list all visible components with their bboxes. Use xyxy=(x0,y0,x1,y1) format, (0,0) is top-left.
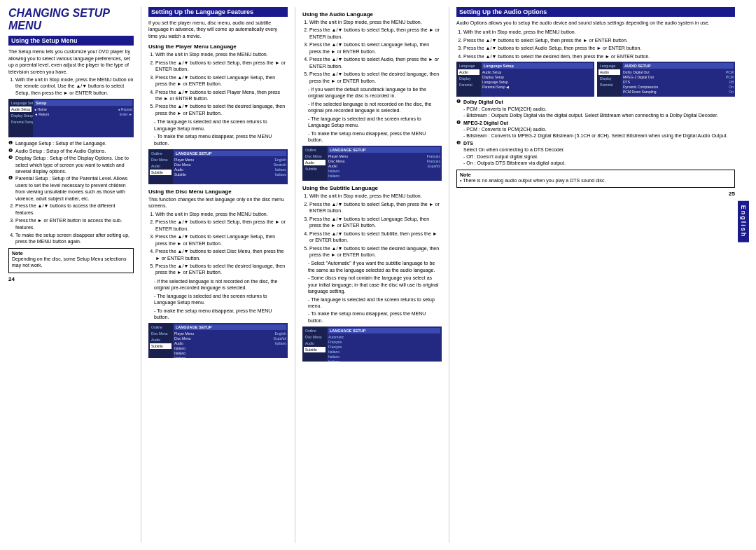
bullet-text: DTS Select On when connecting to a DTS D… xyxy=(463,140,566,167)
screen-title: LANGUAGE SETUP xyxy=(174,151,286,156)
bullet-text: If the selected language is not recorded… xyxy=(154,279,277,290)
step-item: Press the ▲/▼ buttons to select Audio Se… xyxy=(463,45,735,51)
screen1: Outline Disc Menu Audio Subtitle LANGUAG… xyxy=(148,149,288,184)
screen-value: English xyxy=(275,158,286,162)
screen-label: Disc Menu xyxy=(174,336,191,341)
bullet-item: To make the setup menu disappear, press … xyxy=(308,310,442,324)
bullet-item: The language is selected and the screen … xyxy=(154,118,288,132)
screen-row: Parental Setup ◀ xyxy=(482,85,593,89)
step-item: With the unit in Stop mode, press the ME… xyxy=(15,76,134,96)
sidebar-item-active: Subtitle xyxy=(150,343,172,349)
bullet-sym: ❸ xyxy=(456,140,462,167)
step-item: With the unit in Stop mode, press the ME… xyxy=(309,193,442,199)
step-text: Press the ▲/▼ buttons to access the diff… xyxy=(15,203,115,214)
page-footer: 25 xyxy=(456,191,735,197)
screen-row: Italiano xyxy=(174,346,286,350)
step-item: Press the ▲/▼ buttons to select Setup, t… xyxy=(463,37,735,43)
screen-label: Italiano xyxy=(174,346,186,350)
step-item: Press the ▲/▼ buttons to select Language… xyxy=(155,233,288,247)
bullet-text: Display Setup : Setup of the Display Opt… xyxy=(15,155,134,174)
step-text: Press the ▲/▼ buttons to select Setup, t… xyxy=(155,60,286,71)
bullet-text: To make the setup menu disappear, press … xyxy=(308,311,426,322)
sidebar-item: Parental xyxy=(598,82,620,88)
screen-value: Italiano xyxy=(328,174,340,178)
sub2-steps: With the unit in Stop mode, press the ME… xyxy=(148,211,288,276)
screen-label: Subtitle xyxy=(174,172,186,177)
intro-text: Audio Options allows you to setup the au… xyxy=(456,20,735,26)
screen-sidebar: Language Setup Audio Setup Display Setup… xyxy=(8,99,33,137)
bullet-text: MPEG-2 Digital Out - PCM : Converts to P… xyxy=(463,120,727,139)
screen-value: Français xyxy=(328,340,342,344)
screen-value: Italiano xyxy=(328,350,340,354)
screen-sidebar: Language Audio Display Parental xyxy=(597,62,622,97)
bullet-text: Select "Automatic" if you want the subti… xyxy=(308,261,435,272)
content-area: CHANGING SETUP MENU Using the Setup Menu… xyxy=(8,7,748,543)
intro-text: The Setup menu lets you customize your D… xyxy=(8,48,134,75)
sidebar-item: Language xyxy=(598,63,620,69)
screen-right2: Language Audio Display Parental AUDIO SE… xyxy=(597,62,735,97)
step-text: Press the ▲/▼ buttons to select Language… xyxy=(155,234,275,245)
setup-steps-2: Press the ▲/▼ buttons to access the diff… xyxy=(8,202,134,245)
screen-label: ● Home xyxy=(34,107,47,111)
bullet-text: Some discs may not contain the language … xyxy=(308,275,438,294)
screen-title: Language Setup xyxy=(482,63,593,69)
screen-sidebar: Language Audio Display Parental xyxy=(456,62,481,97)
step-text: With the unit in Stop mode, press the ME… xyxy=(309,20,422,25)
screen-label: Audio xyxy=(174,167,183,172)
screen-label: ◄ Return xyxy=(34,112,49,116)
screen-label: Dolby Digital Out xyxy=(623,70,650,74)
bullet-item: The language is selected and the screen … xyxy=(308,116,442,129)
bullet-sym: ❷ xyxy=(8,148,14,154)
screen-label: Italiano xyxy=(174,351,186,355)
step-item: Press the ▲/▼ buttons to select the desi… xyxy=(463,53,735,60)
screen-label: Dynamic Compression xyxy=(623,85,658,89)
bullet-text: Audio Setup : Setup of the Audio Options… xyxy=(15,148,106,154)
step-item: Press the ▲/▼ buttons to access the diff… xyxy=(15,202,134,216)
screen-row: Audio Español xyxy=(328,164,440,168)
screen-label: Audio xyxy=(174,341,183,345)
screen-row: Audio Italiano xyxy=(174,167,286,172)
step-text: Press the ▲/▼ buttons to select Setup, t… xyxy=(463,38,628,43)
screen-value: Français xyxy=(427,159,440,163)
screen-row: Player Menu English xyxy=(174,158,286,162)
using-setup-menu-heading: Using the Setup Menu xyxy=(8,36,134,46)
screen-row: Audio Setup xyxy=(482,70,593,74)
screen-sidebar: Outline Disc Menu Audio Subtitle xyxy=(302,146,327,181)
screen-row: Player Menu Français xyxy=(328,154,440,158)
screen-value: Italiano xyxy=(328,169,340,173)
screen-sidebar: Outline Disc Menu Audio Subtitle xyxy=(302,326,327,362)
screen-value: Enter ► xyxy=(120,112,132,116)
section-heading-text: Setting Up the Language Features xyxy=(151,8,253,15)
left-page-num: 24 xyxy=(8,276,15,282)
right-note-box: Note • There is no analog audio output w… xyxy=(456,170,735,188)
step-item: Press the ▲/▼ buttons to select the desi… xyxy=(309,245,442,259)
screen-row: Italiano xyxy=(328,174,440,178)
step-text: Press the ▲/▼ buttons to select Setup, t… xyxy=(155,219,286,231)
screen-row: MPEG-2 Digital Out PCM xyxy=(623,75,734,79)
step-text: Press the ▲/▼ buttons to select the desi… xyxy=(463,54,650,59)
screen-title: AUDIO SETUP xyxy=(623,63,734,69)
screen-row: Language Setup xyxy=(482,80,593,84)
sub2-bullets: If the selected language is not recorded… xyxy=(148,278,288,321)
bullet-sym: ❶ xyxy=(456,99,462,118)
sidebar-item-active: Audio xyxy=(458,69,479,75)
bullet-item: ❸ Display Setup : Setup of the Display O… xyxy=(8,155,134,174)
bullet-item: To make the setup menu disappear, press … xyxy=(154,133,288,146)
bullet-text: Dolby Digital Out - PCM : Converts to PC… xyxy=(463,99,718,118)
bullet-text: To make the setup menu disappear, press … xyxy=(154,134,272,145)
screen-label: Parental Setup ◀ xyxy=(482,85,509,89)
screen-main: Setup ● Home ● Repeat ◄ Return Enter ► xyxy=(33,99,134,137)
step-text: With the unit in Stop mode, press the ME… xyxy=(155,52,268,57)
section-heading-text: Using the Setup Menu xyxy=(11,37,78,44)
sidebar-item: Disc Menu xyxy=(150,331,172,336)
screen-main: LANGUAGE SETUP Player Menu English Disc … xyxy=(173,149,288,184)
screen-label: Audio xyxy=(328,164,337,168)
sub1-bullets: The language is selected and the screen … xyxy=(148,118,288,146)
sidebar-item-active: Audio Setup xyxy=(10,106,31,112)
screen-label: MPEG-2 Digital Out xyxy=(623,75,654,79)
screen-value: Italiano xyxy=(328,355,340,359)
screen-value: Italiano xyxy=(328,359,340,362)
step-text: With the unit in Stop mode, press the ME… xyxy=(15,77,133,95)
col-third: Using the Audio Language With the unit i… xyxy=(295,7,449,543)
sub4-bullets: Select "Automatic" if you want the subti… xyxy=(302,260,442,324)
